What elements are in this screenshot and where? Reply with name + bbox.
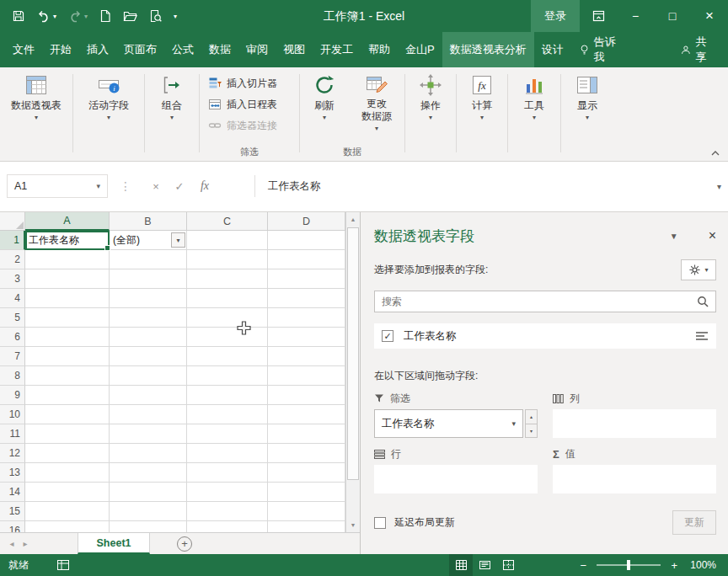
redo-button[interactable]: ▾ bbox=[68, 10, 88, 23]
cell-A14[interactable] bbox=[25, 483, 110, 502]
field-list-item[interactable]: ✓ 工作表名称 bbox=[374, 323, 716, 349]
scroll-down-arrow-icon[interactable]: ▼ bbox=[346, 518, 360, 532]
cell-B14[interactable] bbox=[110, 483, 187, 502]
cell-A2[interactable] bbox=[25, 250, 110, 269]
pivottable-button[interactable]: 数据透视表 ▾ bbox=[0, 67, 72, 121]
cell-A4[interactable] bbox=[25, 289, 110, 308]
cell-B12[interactable] bbox=[110, 444, 187, 463]
field-checkbox[interactable]: ✓ bbox=[382, 330, 393, 342]
minimize-button[interactable]: − bbox=[617, 0, 654, 32]
cell-C3[interactable] bbox=[187, 269, 268, 289]
spinner-up-button[interactable]: ▴ bbox=[525, 409, 538, 424]
cell-C14[interactable] bbox=[187, 483, 268, 502]
sheet-nav-left-icon[interactable]: ◂ bbox=[5, 539, 19, 548]
row-header-7[interactable]: 7 bbox=[0, 347, 25, 366]
cell-D9[interactable] bbox=[268, 386, 345, 405]
cell-B1[interactable]: (全部)▾ bbox=[110, 231, 187, 250]
group-button[interactable]: 组合 ▾ bbox=[145, 67, 199, 121]
cell-B6[interactable] bbox=[110, 328, 187, 347]
cell-D2[interactable] bbox=[268, 250, 345, 269]
spinner-down-button[interactable]: ▾ bbox=[525, 424, 538, 439]
vertical-scrollbar[interactable]: ▲ ▼ bbox=[345, 212, 360, 532]
scroll-up-arrow-icon[interactable]: ▲ bbox=[346, 212, 360, 227]
cell-C4[interactable] bbox=[187, 289, 268, 308]
cell-C6[interactable] bbox=[187, 328, 268, 347]
refresh-button[interactable]: 刷新 ▾ bbox=[300, 67, 349, 121]
show-button[interactable]: 显示 ▾ bbox=[561, 67, 613, 121]
column-header-a[interactable]: A bbox=[25, 212, 110, 231]
cell-D14[interactable] bbox=[268, 483, 345, 502]
tab-formulas[interactable]: 公式 bbox=[164, 32, 201, 67]
cell-D5[interactable] bbox=[268, 308, 345, 328]
cell-A9[interactable] bbox=[25, 386, 110, 405]
cell-A1[interactable]: 工作表名称 bbox=[25, 231, 110, 250]
change-data-source-button[interactable]: 更改 数据源 ▾ bbox=[349, 67, 404, 132]
cell-C7[interactable] bbox=[187, 347, 268, 366]
cell-A16[interactable] bbox=[25, 521, 110, 532]
cell-D4[interactable] bbox=[268, 289, 345, 308]
cell-D8[interactable] bbox=[268, 366, 345, 386]
print-preview-button[interactable] bbox=[149, 9, 162, 23]
column-header-d[interactable]: D bbox=[268, 212, 345, 231]
row-header-15[interactable]: 15 bbox=[0, 502, 25, 521]
normal-view-button[interactable] bbox=[449, 554, 473, 576]
record-macro-button[interactable] bbox=[57, 560, 69, 570]
active-field-button[interactable]: i 活动字段 ▾ bbox=[73, 67, 144, 121]
cell-C5[interactable] bbox=[187, 308, 268, 328]
tab-developer[interactable]: 开发工 bbox=[313, 32, 361, 67]
calculations-button[interactable]: fx 计算 ▾ bbox=[457, 67, 507, 121]
row-header-6[interactable]: 6 bbox=[0, 328, 25, 347]
cell-B10[interactable] bbox=[110, 405, 187, 424]
cell-A5[interactable] bbox=[25, 308, 110, 328]
update-button[interactable]: 更新 bbox=[672, 510, 716, 535]
cell-D16[interactable] bbox=[268, 521, 345, 532]
cell-A8[interactable] bbox=[25, 366, 110, 386]
pane-close-icon[interactable]: × bbox=[709, 228, 716, 243]
cell-C11[interactable] bbox=[187, 424, 268, 444]
save-button[interactable] bbox=[12, 9, 25, 23]
cell-C15[interactable] bbox=[187, 502, 268, 521]
new-sheet-button[interactable]: + bbox=[177, 536, 192, 552]
zoom-slider[interactable] bbox=[597, 564, 661, 566]
ribbon-display-options-button[interactable] bbox=[580, 0, 617, 32]
row-header-5[interactable]: 5 bbox=[0, 308, 25, 328]
cell-A3[interactable] bbox=[25, 269, 110, 289]
tools-button[interactable]: 工具 ▾ bbox=[508, 67, 560, 121]
cell-C13[interactable] bbox=[187, 463, 268, 483]
maximize-button[interactable]: □ bbox=[654, 0, 691, 32]
vertical-scrollbar-thumb[interactable] bbox=[347, 227, 359, 480]
cell-B13[interactable] bbox=[110, 463, 187, 483]
zoom-in-button[interactable]: + bbox=[666, 559, 682, 572]
cell-B5[interactable] bbox=[110, 308, 187, 328]
formula-input[interactable]: 工作表名称 bbox=[268, 174, 321, 198]
zoom-level-label[interactable]: 100% bbox=[690, 559, 716, 571]
cell-A6[interactable] bbox=[25, 328, 110, 347]
tab-file[interactable]: 文件 bbox=[5, 32, 42, 67]
field-search-input[interactable]: 搜索 bbox=[374, 291, 716, 312]
undo-button[interactable]: ▾ bbox=[37, 10, 56, 23]
row-header-13[interactable]: 13 bbox=[0, 463, 25, 483]
cell-A15[interactable] bbox=[25, 502, 110, 521]
tab-data[interactable]: 数据 bbox=[201, 32, 238, 67]
cell-D1[interactable] bbox=[268, 231, 345, 250]
tell-me-button[interactable]: 告诉我 bbox=[571, 35, 629, 65]
cell-D10[interactable] bbox=[268, 405, 345, 424]
row-header-11[interactable]: 11 bbox=[0, 424, 25, 444]
cell-B11[interactable] bbox=[110, 424, 187, 444]
cell-B4[interactable] bbox=[110, 289, 187, 308]
cell-A13[interactable] bbox=[25, 463, 110, 483]
sheet-tab-sheet1[interactable]: Sheet1 bbox=[78, 533, 150, 554]
cell-B9[interactable] bbox=[110, 386, 187, 405]
row-header-9[interactable]: 9 bbox=[0, 386, 25, 405]
tab-page-layout[interactable]: 页面布 bbox=[116, 32, 164, 67]
cell-B3[interactable] bbox=[110, 269, 187, 289]
insert-slicer-button[interactable]: 插入切片器 bbox=[208, 75, 277, 92]
column-header-b[interactable]: B bbox=[110, 212, 187, 231]
row-header-8[interactable]: 8 bbox=[0, 366, 25, 386]
new-document-button[interactable] bbox=[99, 9, 111, 23]
pane-options-caret-icon[interactable]: ▼ bbox=[670, 232, 678, 241]
columns-drop-zone[interactable] bbox=[553, 409, 716, 438]
name-box[interactable]: A1 ▾ bbox=[7, 174, 108, 198]
row-header-3[interactable]: 3 bbox=[0, 269, 25, 289]
row-header-14[interactable]: 14 bbox=[0, 483, 25, 502]
